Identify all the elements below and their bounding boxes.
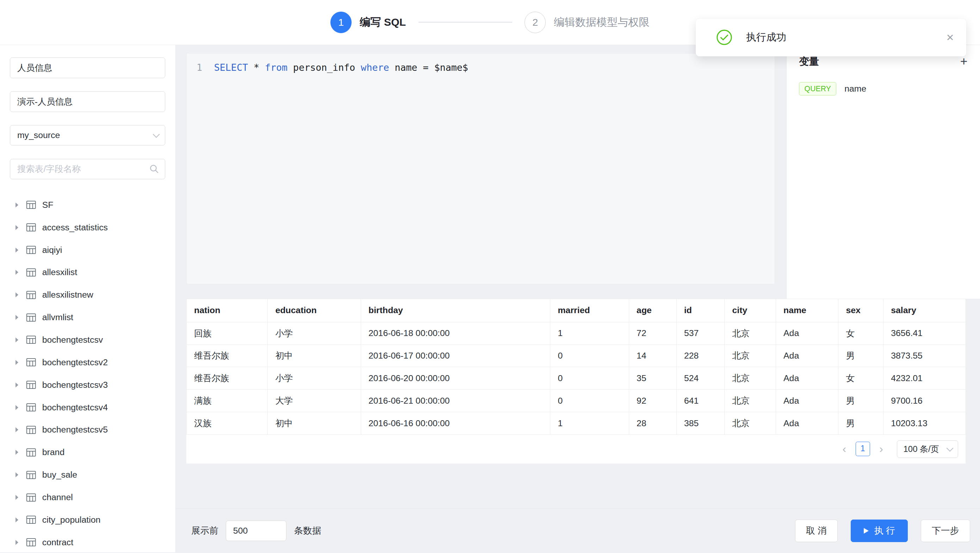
- caret-right-icon[interactable]: [16, 405, 18, 410]
- tree-item-table[interactable]: bochengtestcsv3: [10, 374, 165, 396]
- table-cell: 北京: [725, 322, 776, 345]
- tree-item-table[interactable]: allvmlist: [10, 306, 165, 329]
- step-2-edit-model[interactable]: 2 编辑数据模型与权限: [525, 12, 649, 33]
- table-search: [10, 159, 165, 180]
- tree-item-table[interactable]: buy_sale: [10, 464, 165, 486]
- limit-input[interactable]: [226, 521, 286, 541]
- table-cell: 72: [629, 322, 676, 345]
- caret-right-icon[interactable]: [16, 540, 18, 545]
- column-header: birthday: [361, 299, 550, 322]
- caret-right-icon[interactable]: [16, 270, 18, 275]
- caret-right-icon[interactable]: [16, 427, 18, 432]
- tree-item-table[interactable]: allesxilist: [10, 261, 165, 284]
- table-cell: 男: [838, 345, 883, 367]
- limit-prefix-label: 展示前: [191, 524, 218, 537]
- variables-panel-header: 变量 +: [799, 55, 967, 68]
- column-header: city: [725, 299, 776, 322]
- column-header: name: [776, 299, 838, 322]
- table-icon: [26, 403, 36, 412]
- caret-right-icon[interactable]: [16, 360, 18, 365]
- tree-item-table[interactable]: contract: [10, 531, 165, 553]
- caret-right-icon[interactable]: [16, 203, 18, 207]
- table-icon: [26, 223, 36, 231]
- caret-right-icon[interactable]: [16, 337, 18, 342]
- top-section: 1 SELECT * from person_info where name =…: [176, 45, 980, 299]
- cancel-button[interactable]: 取 消: [795, 520, 838, 542]
- table-cell: 满族: [186, 389, 268, 412]
- tree-item-table[interactable]: channel: [10, 486, 165, 509]
- toast-success: 执行成功 ×: [696, 19, 966, 56]
- table-name: bochengtestcsv: [42, 335, 103, 345]
- caret-right-icon[interactable]: [16, 292, 18, 297]
- caret-right-icon[interactable]: [16, 450, 18, 455]
- column-header: married: [550, 299, 629, 322]
- tree-item-table[interactable]: bochengtestcsv2: [10, 351, 165, 374]
- tree-item-table[interactable]: access_statistics: [10, 216, 165, 239]
- table-name: allesxilistnew: [42, 290, 93, 300]
- table-cell: 北京: [725, 412, 776, 435]
- sql-token-keyword: where: [361, 62, 389, 73]
- table-icon: [26, 358, 36, 366]
- tree-item-table[interactable]: bochengtestcsv5: [10, 419, 165, 441]
- tree-item-table[interactable]: SF: [10, 194, 165, 216]
- results-body: 回族小学2016-06-18 00:00:00172537北京Ada女3656.…: [186, 322, 966, 434]
- table-cell: 10203.13: [883, 412, 966, 435]
- table-cell: 385: [676, 412, 725, 435]
- table-cell: 9700.16: [883, 389, 966, 412]
- sql-editor[interactable]: 1 SELECT * from person_info where name =…: [186, 53, 775, 284]
- tree-item-table[interactable]: aiqiyi: [10, 239, 165, 261]
- tree-item-table[interactable]: brand: [10, 441, 165, 464]
- caret-right-icon[interactable]: [16, 517, 18, 522]
- dataset-name-input[interactable]: [10, 57, 165, 78]
- column-header: nation: [186, 299, 268, 322]
- caret-right-icon[interactable]: [16, 315, 18, 320]
- table-name: access_statistics: [42, 222, 108, 232]
- variable-row: QUERY name: [799, 82, 967, 95]
- results-header: nationeducationbirthdaymarriedageidcityn…: [186, 299, 966, 322]
- next-step-button[interactable]: 下一步: [921, 520, 970, 542]
- caret-right-icon[interactable]: [16, 472, 18, 477]
- table-cell: 男: [838, 412, 883, 435]
- dataset-display-name-input[interactable]: [10, 91, 165, 112]
- table-name: allvmlist: [42, 312, 73, 322]
- page-size-select[interactable]: 100 条/页: [897, 440, 958, 458]
- caret-right-icon[interactable]: [16, 225, 18, 230]
- results-table: nationeducationbirthdaymarriedageidcityn…: [186, 299, 966, 435]
- line-number: 1: [197, 61, 202, 74]
- column-header: salary: [883, 299, 966, 322]
- table-row: 维吾尔族小学2016-06-20 00:00:00035524北京Ada女423…: [186, 367, 966, 389]
- pagination-next-icon[interactable]: ›: [876, 443, 887, 455]
- tree-item-table[interactable]: city_population: [10, 509, 165, 531]
- add-variable-button[interactable]: +: [960, 55, 968, 68]
- table-cell: 641: [676, 389, 725, 412]
- table-cell: Ada: [776, 389, 838, 412]
- execute-button[interactable]: 执 行: [851, 520, 907, 542]
- tree-item-table[interactable]: bochengtestcsv: [10, 329, 165, 351]
- table-row: 回族小学2016-06-18 00:00:00172537北京Ada女3656.…: [186, 322, 966, 345]
- pagination-prev-icon[interactable]: ‹: [839, 443, 850, 455]
- table-cell: 女: [838, 367, 883, 389]
- caret-right-icon[interactable]: [16, 383, 18, 388]
- close-icon[interactable]: ×: [947, 31, 954, 44]
- pagination-page-1[interactable]: 1: [856, 442, 870, 456]
- caret-right-icon[interactable]: [16, 248, 18, 253]
- table-row: 维吾尔族初中2016-06-17 00:00:00014228北京Ada男387…: [186, 345, 966, 367]
- table-cell: 228: [676, 345, 725, 367]
- results-card: nationeducationbirthdaymarriedageidcityn…: [186, 299, 966, 464]
- table-name: buy_sale: [42, 470, 77, 480]
- sql-token-plain: name = $name$: [389, 62, 468, 73]
- table-search-input[interactable]: [10, 159, 165, 180]
- datasource-select[interactable]: my_source: [10, 125, 165, 146]
- table-name: aiqiyi: [42, 245, 62, 255]
- table-icon: [26, 269, 36, 276]
- caret-right-icon[interactable]: [16, 495, 18, 500]
- datasource-select-value: my_source: [17, 130, 60, 140]
- step-1-write-sql: 1 编写 SQL: [331, 12, 406, 33]
- tree-item-table[interactable]: allesxilistnew: [10, 284, 165, 306]
- table-cell: 1: [550, 412, 629, 435]
- tree-item-table[interactable]: bochengtestcsv4: [10, 396, 165, 419]
- sql-code-line: 1 SELECT * from person_info where name =…: [197, 61, 765, 74]
- table-icon: [26, 516, 36, 524]
- table-cell: 0: [550, 367, 629, 389]
- table-icon: [26, 381, 36, 389]
